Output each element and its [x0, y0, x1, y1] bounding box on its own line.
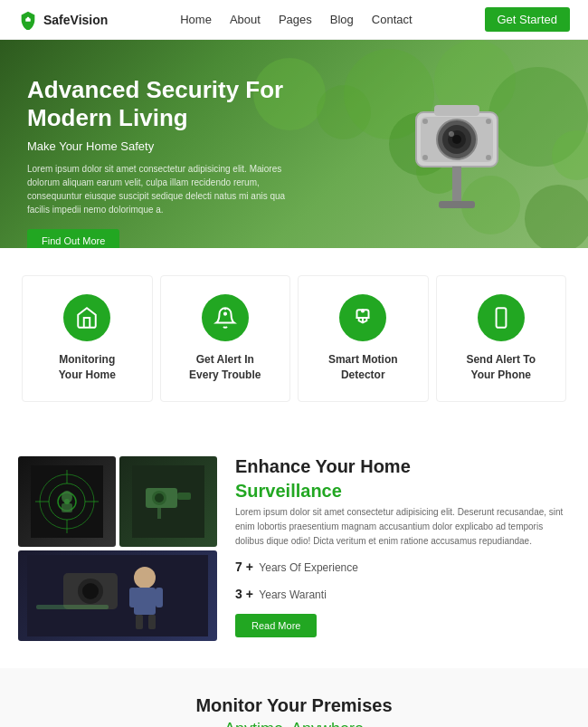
svg-rect-19: [496, 308, 506, 328]
svg-rect-37: [157, 508, 161, 519]
monitoring-icon: [63, 294, 110, 341]
svg-point-7: [452, 135, 461, 144]
brand-name: SafeVision: [43, 13, 108, 27]
alert-icon: [202, 294, 249, 341]
nav-about[interactable]: About: [230, 13, 261, 26]
read-more-button[interactable]: Read More: [235, 614, 317, 637]
brand-icon: [18, 10, 38, 30]
nav-links: Home About Pages Blog Contact: [180, 13, 412, 26]
svg-point-39: [134, 567, 156, 588]
svg-rect-9: [452, 167, 461, 203]
feature-monitoring-label: MonitoringYour Home: [32, 352, 143, 383]
surv-title: Enhance Your Home: [235, 456, 570, 477]
surv-img-view: [119, 456, 217, 547]
motion-icon: [339, 294, 386, 341]
svg-rect-31: [62, 503, 72, 512]
stat-experience: 7 + Years Of Experience: [235, 560, 358, 574]
feature-motion-label: Smart MotionDetector: [308, 352, 419, 383]
features-section: MonitoringYour Home Get Alert InEvery Tr…: [0, 248, 588, 429]
hero-content: Advanced Security For Modern Living Make…: [27, 76, 299, 248]
svg-point-47: [82, 583, 99, 599]
nav-pages[interactable]: Pages: [279, 13, 312, 26]
svg-point-15: [486, 155, 491, 160]
camera-svg: [389, 67, 534, 230]
svg-point-14: [422, 155, 428, 160]
feature-monitoring: MonitoringYour Home: [22, 275, 153, 402]
get-started-button[interactable]: Get Started: [485, 7, 570, 32]
phone-icon: [478, 294, 525, 341]
svg-point-18: [362, 310, 364, 311]
surv-highlight: Surveillance: [235, 481, 570, 502]
stat-experience-num: 7 +: [235, 560, 253, 574]
monitor-highlight: Anytime, Anywhere: [18, 720, 570, 727]
stat-experience-label: Years Of Experience: [259, 561, 358, 574]
surv-description: Lorem ipsum dolor sit amet consectetur a…: [235, 505, 570, 549]
nav-contact[interactable]: Contact: [372, 13, 413, 26]
navbar: SafeVision Home About Pages Blog Contact…: [0, 0, 588, 40]
svg-point-12: [422, 119, 428, 124]
stat-warranty-num: 3 +: [235, 587, 253, 601]
feature-phone-label: Send Alert ToYour Phone: [446, 352, 557, 383]
feature-alert: Get Alert InEvery Trouble: [160, 275, 291, 402]
stat-warranty: 3 + Years Waranti: [235, 587, 327, 601]
svg-rect-36: [177, 493, 191, 500]
svg-rect-44: [148, 615, 156, 629]
hero-camera-image: [362, 58, 561, 239]
svg-point-8: [449, 131, 454, 137]
hero-section: Advanced Security For Modern Living Make…: [0, 40, 588, 248]
monitor-section: Monitor Your Premises Anytime, Anywhere …: [0, 668, 588, 727]
nav-home[interactable]: Home: [180, 13, 212, 26]
feature-alert-label: Get Alert InEvery Trouble: [170, 352, 281, 383]
hero-title: Advanced Security For Modern Living: [27, 76, 299, 132]
svg-rect-10: [439, 201, 475, 208]
surv-img-person: [18, 550, 217, 641]
hero-subtitle: Make Your Home Safety: [27, 139, 299, 153]
svg-point-17: [224, 313, 226, 315]
surveillance-section: Enhance Your Home Surveillance Lorem ips…: [0, 429, 588, 668]
svg-rect-11: [434, 105, 479, 116]
feature-phone: Send Alert ToYour Phone: [436, 275, 567, 402]
feature-motion: Smart MotionDetector: [298, 275, 429, 402]
surveillance-content: Enhance Your Home Surveillance Lorem ips…: [217, 456, 570, 637]
monitor-title: Monitor Your Premises: [18, 695, 570, 716]
svg-point-35: [155, 493, 164, 502]
nav-blog[interactable]: Blog: [330, 13, 354, 26]
svg-rect-48: [36, 605, 109, 609]
svg-point-30: [62, 491, 72, 503]
svg-point-13: [486, 119, 491, 124]
svg-rect-40: [134, 588, 156, 615]
stats-container: 7 + Years Of Experience: [235, 560, 570, 574]
brand-logo: SafeVision: [18, 10, 108, 30]
stat-warranty-label: Years Waranti: [259, 588, 326, 601]
svg-point-1: [27, 16, 30, 19]
svg-rect-41: [129, 588, 137, 607]
stats-container-2: 3 + Years Waranti: [235, 587, 570, 601]
find-out-more-button[interactable]: Find Out More: [27, 229, 119, 248]
surv-img-camera: [18, 456, 116, 547]
svg-rect-43: [136, 615, 143, 629]
hero-description: Lorem ipsum dolor sit amet consectetur a…: [27, 162, 299, 216]
surveillance-images: [18, 456, 217, 641]
svg-rect-42: [156, 588, 163, 607]
